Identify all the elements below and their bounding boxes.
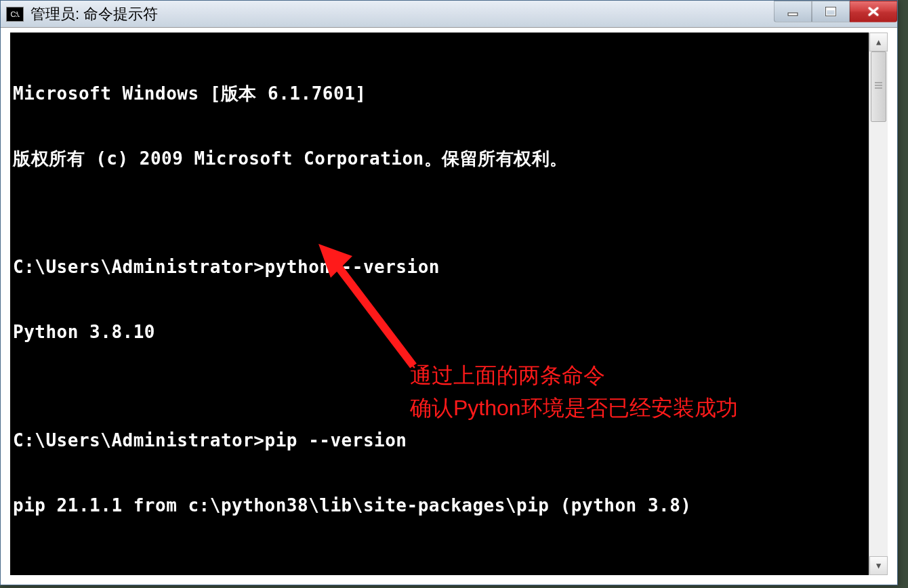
scroll-track[interactable] bbox=[869, 51, 888, 556]
scroll-down-button[interactable]: ▼ bbox=[869, 556, 888, 575]
svg-rect-2 bbox=[826, 7, 835, 10]
terminal-line: pip 21.1.1 from c:\python38\lib\site-pac… bbox=[13, 495, 866, 516]
maximize-button[interactable] bbox=[812, 1, 850, 22]
vertical-scrollbar[interactable]: ▲ ▼ bbox=[869, 33, 888, 575]
scroll-up-button[interactable]: ▲ bbox=[869, 33, 888, 51]
cmd-icon: C:\. bbox=[6, 7, 24, 22]
terminal-line: C:\Users\Administrator>pip --version bbox=[13, 429, 866, 451]
command-prompt-window: C:\. 管理员: 命令提示符 Microsoft Windows [版本 6.… bbox=[0, 0, 898, 585]
titlebar-left: C:\. 管理员: 命令提示符 bbox=[1, 4, 158, 24]
minimize-button[interactable] bbox=[774, 1, 812, 22]
terminal-line: C:\Users\Administrator>python --version bbox=[13, 256, 866, 278]
terminal-line: Microsoft Windows [版本 6.1.7601] bbox=[13, 83, 866, 104]
svg-rect-0 bbox=[788, 13, 798, 16]
scroll-thumb[interactable] bbox=[871, 51, 886, 122]
titlebar[interactable]: C:\. 管理员: 命令提示符 bbox=[1, 1, 897, 28]
close-button[interactable] bbox=[850, 1, 897, 22]
window-controls bbox=[774, 1, 897, 22]
terminal-line: Python 3.8.10 bbox=[13, 321, 866, 343]
terminal-output[interactable]: Microsoft Windows [版本 6.1.7601] 版权所有 (c)… bbox=[10, 33, 869, 575]
client-area: Microsoft Windows [版本 6.1.7601] 版权所有 (c)… bbox=[10, 33, 888, 575]
window-title: 管理员: 命令提示符 bbox=[30, 4, 158, 24]
terminal-line: 版权所有 (c) 2009 Microsoft Corporation。保留所有… bbox=[13, 148, 866, 169]
